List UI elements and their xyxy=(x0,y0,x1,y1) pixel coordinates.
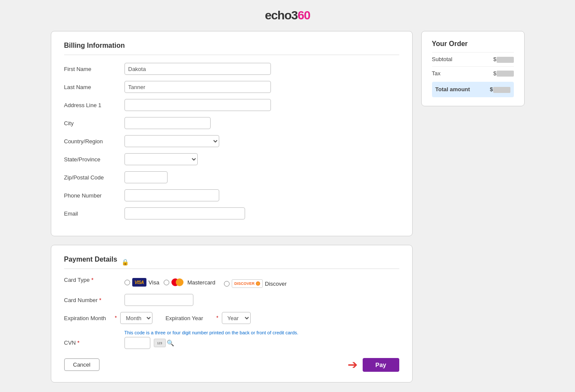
tax-value xyxy=(497,71,514,77)
main-content: Billing Information First Name Last Name… xyxy=(51,31,525,383)
logo-area: echo360 xyxy=(265,9,310,22)
expiry-year-label: Expiration Year xyxy=(165,315,213,321)
order-title: Your Order xyxy=(432,40,514,48)
cvn-input[interactable] xyxy=(124,337,150,349)
card-number-row: Card Number * xyxy=(64,294,399,306)
last-name-input[interactable] xyxy=(124,81,271,93)
pay-button[interactable]: Pay xyxy=(363,358,399,372)
card-type-label: Card Type * xyxy=(64,277,124,283)
discover-label: Discover xyxy=(265,281,287,287)
last-name-row: Last Name xyxy=(64,81,399,93)
cvn-card-icon-group: 🔍 xyxy=(154,339,174,347)
city-label: City xyxy=(64,120,124,127)
magnify-icon: 🔍 xyxy=(167,340,174,346)
zip-input[interactable] xyxy=(124,171,168,183)
visa-radio[interactable] xyxy=(124,280,130,285)
cancel-button[interactable]: Cancel xyxy=(64,358,99,371)
left-panel: Billing Information First Name Last Name… xyxy=(51,31,413,383)
visa-logo: VISA xyxy=(132,278,146,287)
cvn-row: CVN * This code is a three or four digit… xyxy=(64,330,399,349)
logo-echo: echo xyxy=(265,9,291,22)
card-type-row: Card Type * VISA Visa xyxy=(64,277,399,288)
visa-option[interactable]: VISA Visa xyxy=(124,278,159,287)
billing-card: Billing Information First Name Last Name… xyxy=(51,31,413,236)
subtotal-label: Subtotal xyxy=(432,56,453,62)
city-input[interactable] xyxy=(124,117,211,129)
tax-label: Tax xyxy=(432,70,441,77)
cvn-card-icon xyxy=(154,339,166,347)
total-label: Total amount xyxy=(435,86,470,93)
tax-row: Tax $ xyxy=(432,66,514,80)
expiry-year-required: * xyxy=(216,315,218,321)
card-number-label: Card Number * xyxy=(64,297,124,303)
subtotal-value xyxy=(497,57,514,63)
address-label: Address Line 1 xyxy=(64,102,124,108)
country-select[interactable]: United States Canada xyxy=(124,135,219,147)
state-row: State/Province Alabama Alaska xyxy=(64,153,399,165)
phone-label: Phone Number xyxy=(64,192,124,199)
city-row: City xyxy=(64,117,399,129)
zip-row: Zip/Postal Code xyxy=(64,171,399,183)
order-card: Your Order Subtotal $ Tax $ Total amount… xyxy=(421,31,525,106)
mastercard-option[interactable]: Mastercard xyxy=(164,278,215,287)
zip-label: Zip/Postal Code xyxy=(64,174,124,181)
expiry-month-group: Expiration Month * Month 01020304 050607… xyxy=(64,312,153,324)
first-name-row: First Name xyxy=(64,63,399,75)
tax-amount: $ xyxy=(493,70,513,77)
address-row: Address Line 1 xyxy=(64,99,399,111)
billing-title: Billing Information xyxy=(64,42,399,49)
mastercard-radio[interactable] xyxy=(164,280,169,285)
first-name-input[interactable] xyxy=(124,63,271,75)
cvn-hint: This code is a three or four digit numbe… xyxy=(124,330,298,335)
email-label: Email xyxy=(64,210,124,217)
mc-circle-right xyxy=(176,278,183,286)
email-input[interactable] xyxy=(124,207,245,219)
payment-title-row: Payment Details 🔒 xyxy=(64,256,399,269)
arrow-right-icon: ➔ xyxy=(348,358,357,372)
address-input[interactable] xyxy=(124,99,271,111)
cvn-label: CVN * xyxy=(64,330,124,346)
card-type-options: VISA Visa Mastercard xyxy=(124,277,287,288)
country-label: Country/Region xyxy=(64,138,124,145)
expiry-month-label: Expiration Month xyxy=(64,315,112,321)
subtotal-amount: $ xyxy=(493,56,513,63)
discover-text: DISCOVER xyxy=(234,281,255,286)
card-number-input[interactable] xyxy=(124,294,193,306)
state-label: State/Province xyxy=(64,156,124,163)
discover-dot xyxy=(256,281,260,286)
page-wrapper: echo360 Billing Information First Name L… xyxy=(0,0,575,391)
expiry-year-group: Expiration Year * Year 2024202520262027 … xyxy=(165,312,251,324)
total-row: Total amount $ xyxy=(432,82,514,97)
discover-option[interactable]: DISCOVER Discover xyxy=(224,279,287,288)
expiry-row: Expiration Month * Month 01020304 050607… xyxy=(64,312,399,324)
mastercard-label: Mastercard xyxy=(187,279,215,286)
mastercard-logo xyxy=(171,278,185,287)
payment-divider xyxy=(64,269,399,269)
country-row: Country/Region United States Canada xyxy=(64,135,399,147)
cvn-input-area: 🔍 xyxy=(124,337,298,349)
logo: echo360 xyxy=(265,9,310,22)
expiry-month-required: * xyxy=(115,315,117,321)
subtotal-row: Subtotal $ xyxy=(432,52,514,66)
button-row: Cancel ➔ Pay xyxy=(64,358,399,372)
expiry-year-select[interactable]: Year 2024202520262027 202820292030 xyxy=(222,312,251,324)
total-amount: $ xyxy=(490,86,510,93)
expiry-month-select[interactable]: Month 01020304 05060708 09101112 xyxy=(120,312,152,324)
state-select[interactable]: Alabama Alaska xyxy=(124,153,198,165)
logo-zero: 0 xyxy=(304,9,310,22)
phone-row: Phone Number xyxy=(64,189,399,201)
lock-icon: 🔒 xyxy=(121,259,129,265)
discover-radio[interactable] xyxy=(224,281,230,287)
logo-six: 6 xyxy=(298,9,304,22)
email-row: Email xyxy=(64,207,399,219)
last-name-label: Last Name xyxy=(64,84,124,90)
phone-input[interactable] xyxy=(124,189,219,201)
discover-logo: DISCOVER xyxy=(232,279,263,288)
pay-area: ➔ Pay xyxy=(348,358,399,372)
cvn-content: This code is a three or four digit numbe… xyxy=(124,330,298,349)
billing-divider xyxy=(64,55,399,55)
payment-card: Payment Details 🔒 Card Type * VISA Visa xyxy=(51,245,413,383)
first-name-label: First Name xyxy=(64,66,124,72)
total-value xyxy=(493,87,510,93)
logo-three: 3 xyxy=(291,9,298,22)
